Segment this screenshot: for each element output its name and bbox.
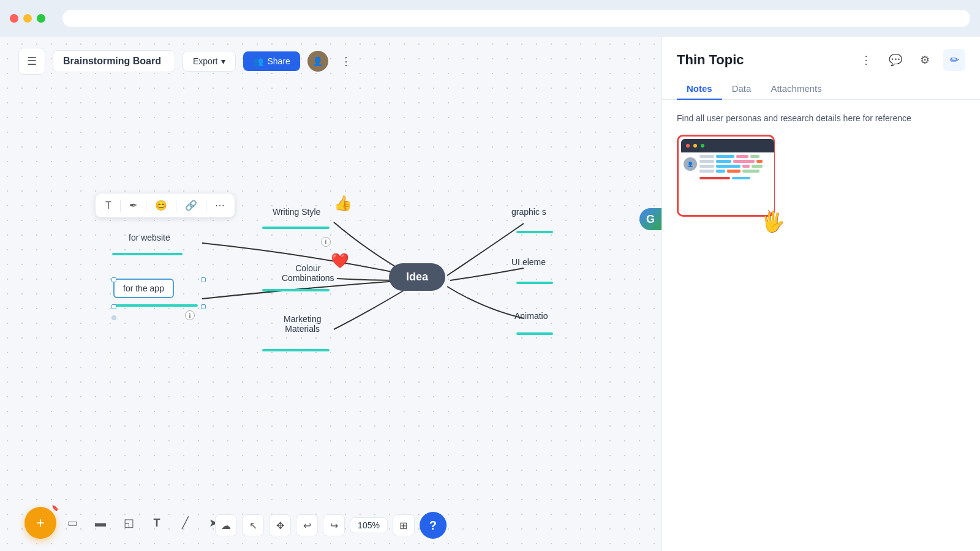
url-bar[interactable]	[62, 10, 970, 27]
for-app-info-icon[interactable]: ℹ	[185, 310, 195, 320]
export-button[interactable]: Export ▾	[183, 51, 236, 72]
selection-handle-extra	[111, 315, 116, 320]
animation-node[interactable]: Animatio	[514, 311, 548, 321]
main-layout: ☰ Brainstorming Board Export ▾ 👥 Share 👤…	[0, 37, 980, 551]
tab-attachments[interactable]: Attachments	[761, 78, 831, 100]
writing-style-node[interactable]: Writing Style	[273, 207, 320, 217]
selection-handle-br	[201, 304, 206, 309]
mock-bar-5	[733, 160, 755, 163]
panel-header-actions: ⋮ 💬 ⚙ ✏	[855, 49, 965, 71]
line-tool[interactable]: ╱	[173, 511, 197, 535]
undo-button[interactable]: ↩	[296, 514, 318, 536]
mock-screen-body: 👤	[681, 152, 774, 212]
mock-label-1	[699, 155, 714, 158]
help-button[interactable]: ?	[420, 512, 447, 539]
for-website-node[interactable]: for website	[129, 233, 170, 242]
close-button[interactable]	[10, 14, 18, 23]
mock-slider-red	[699, 177, 730, 179]
mock-label-3	[699, 165, 714, 168]
board-title: Brainstorming Board	[53, 50, 175, 72]
mock-slider-area	[699, 177, 772, 179]
title-bar	[0, 0, 980, 37]
more-tool-icon[interactable]: ⋯	[213, 197, 227, 214]
mock-bar-2	[736, 155, 748, 158]
comment-button[interactable]: 💬	[884, 49, 907, 71]
ui-elements-node[interactable]: UI eleme	[511, 257, 546, 267]
teal-line-marketing	[262, 349, 330, 351]
rectangle-tool[interactable]: ▭	[60, 511, 85, 535]
panel-header: Thin Topic ⋮ 💬 ⚙ ✏	[662, 37, 980, 71]
mock-avatar: 👤	[684, 157, 697, 171]
traffic-lights	[10, 14, 45, 23]
settings-button[interactable]: ⚙	[914, 49, 936, 71]
avatar[interactable]: 👤	[307, 51, 328, 72]
text-tool[interactable]: T	[145, 511, 169, 535]
cloud-button[interactable]: ☁	[215, 514, 237, 536]
menu-button[interactable]: ☰	[18, 48, 45, 75]
panel-title: Thin Topic	[677, 52, 744, 68]
mock-bar-12	[742, 170, 760, 173]
panel-tabs: Notes Data Attachments	[662, 71, 980, 100]
redo-button[interactable]: ↪	[323, 514, 345, 536]
share-button[interactable]: 👥 Share	[243, 51, 300, 71]
mock-row-3	[699, 165, 772, 168]
canvas-area[interactable]: ☰ Brainstorming Board Export ▾ 👥 Share 👤…	[0, 37, 662, 551]
mock-bar-11	[727, 170, 741, 173]
image-preview-card[interactable]: 👤	[677, 135, 775, 217]
minimize-button[interactable]	[23, 14, 32, 23]
mock-row-1	[699, 155, 772, 158]
mock-screen: 👤	[681, 139, 774, 212]
panel-description: Find all user personas and research deta…	[677, 112, 965, 125]
pen-tool-icon[interactable]: ✒	[127, 197, 140, 214]
panel-more-button[interactable]: ⋮	[855, 49, 877, 71]
mock-row-4	[699, 170, 772, 173]
mock-bar-8	[742, 165, 750, 168]
g-icon[interactable]: G	[639, 208, 662, 230]
teal-line-graphic	[516, 231, 553, 233]
mock-screen-header	[681, 139, 774, 152]
mock-label-4	[699, 170, 714, 173]
mock-user-area: 👤	[684, 155, 697, 210]
emoji-tool-icon[interactable]: 😊	[153, 197, 170, 214]
mock-bar-7	[716, 165, 741, 168]
toolbar-divider-2	[146, 200, 146, 212]
maximize-button[interactable]	[37, 14, 45, 23]
writing-style-info-icon[interactable]: ℹ	[321, 237, 331, 247]
cursor-hand: 🖐	[761, 210, 785, 233]
teal-line-app	[112, 304, 198, 307]
toolbar-divider-3	[176, 200, 176, 212]
toolbar-divider	[120, 200, 121, 212]
for-app-node[interactable]: for the app	[113, 279, 174, 298]
graphic-node[interactable]: graphic s	[511, 207, 546, 217]
more-options-button[interactable]: ⋮	[336, 51, 356, 72]
mock-label-2	[699, 160, 714, 163]
node-toolbar: T ✒ 😊 🔗 ⋯	[95, 193, 235, 218]
add-button[interactable]: + 🔖	[24, 507, 56, 539]
move-button[interactable]: ✥	[269, 514, 291, 536]
frame-tool[interactable]: ◱	[116, 511, 141, 535]
teal-line-colour	[262, 289, 330, 291]
idea-node[interactable]: Idea	[389, 263, 445, 291]
zoom-toolbar: ☁ ↖ ✥ ↩ ↪ 105% ⊞ ?	[215, 512, 447, 539]
tab-data[interactable]: Data	[722, 78, 761, 100]
teal-line-writing	[262, 227, 330, 229]
teal-line-anim	[516, 332, 553, 335]
tab-notes[interactable]: Notes	[677, 78, 722, 100]
text-tool-icon[interactable]: T	[103, 198, 114, 214]
link-tool-icon[interactable]: 🔗	[183, 197, 200, 214]
marketing-materials-node[interactable]: MarketingMaterials	[284, 314, 321, 334]
bottom-toolbar: + 🔖 ▭ ▬ ◱ T ╱ ➤	[24, 507, 225, 539]
selection-handle-tl	[111, 277, 116, 282]
grid-button[interactable]: ⊞	[393, 514, 415, 536]
edit-button[interactable]: ✏	[943, 49, 965, 71]
mock-bar-10	[716, 170, 725, 173]
colour-combinations-node[interactable]: ColourCombinations	[282, 263, 334, 283]
cursor-button[interactable]: ↖	[242, 514, 264, 536]
mock-dot-red	[686, 144, 690, 148]
mindmap-connections	[0, 37, 662, 551]
sticky-note-tool[interactable]: ▬	[88, 511, 113, 535]
mock-dot-green	[701, 144, 704, 148]
mock-bar-1	[716, 155, 734, 158]
mock-bar-3	[750, 155, 760, 158]
selection-handle-bl	[111, 304, 116, 309]
